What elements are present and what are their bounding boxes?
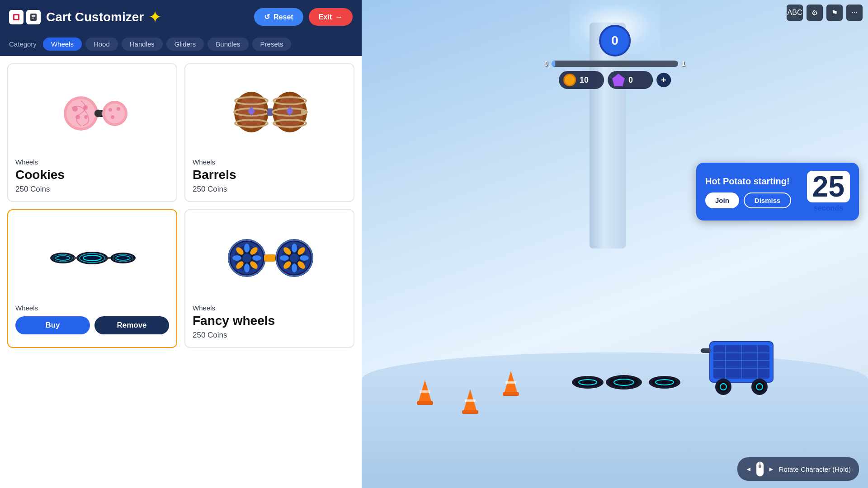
score-hud: 0 0 1 10 0 + [544,25,685,89]
tech-wheel-image [47,231,137,285]
settings-button[interactable]: ⚙ [807,5,823,21]
svg-rect-81 [420,390,430,393]
gem-amount: 0 [628,75,633,85]
tab-wheels[interactable]: Wheels [43,38,82,51]
hot-potato-notification: Hot Potato starting! Join Dismiss 25 sec… [696,163,859,221]
item-image-fancy-wheels [193,217,346,299]
countdown-number: 25 [807,171,850,202]
report-button[interactable]: ⚑ [826,5,843,21]
svg-point-98 [718,381,729,392]
countdown-area: 25 seconds [807,171,850,212]
coin-amount: 10 [580,75,589,85]
svg-rect-96 [701,348,711,353]
countdown-label: seconds [814,204,843,212]
arrow-left-icon: ◄ [745,465,752,473]
item-type-fancy-wheels: Wheels [193,304,346,312]
tab-hood[interactable]: Hood [85,38,118,51]
barrels-wheel-image [229,80,310,144]
game-cart [696,324,787,396]
header-buttons: ↺ Reset Exit → [254,8,353,26]
add-currency-button[interactable]: + [656,73,671,87]
item-image-cookies [15,71,169,153]
tab-gliders[interactable]: Gliders [166,38,204,51]
cookies-wheel-image [56,83,128,141]
score-bar-fill [552,61,555,67]
item-type-barrels: Wheels [193,158,346,166]
svg-point-70 [292,244,297,253]
exit-label: Exit [319,13,332,21]
tab-presets[interactable]: Presets [252,38,292,51]
roblox-icons [9,10,41,24]
score-bar-row: 0 1 [544,60,685,67]
item-name-barrels: Barrels [193,168,346,182]
ellipsis-icon: ··· [851,9,857,17]
svg-point-54 [242,253,251,263]
svg-point-74 [292,263,297,272]
score-circle: 0 [599,25,631,56]
header-left: Cart Customizer ✦ [9,8,162,27]
hot-potato-text-area: Hot Potato starting! Join Dismiss [705,175,800,208]
item-type-cookies: Wheels [15,158,169,166]
arrow-right-icon: ► [768,465,774,473]
svg-point-15 [105,103,125,123]
buy-button[interactable]: Buy [15,316,90,334]
svg-point-101 [754,381,765,392]
right-panel: ABC ⚙ ⚑ ··· 0 0 1 10 [362,0,868,488]
join-button[interactable]: Join [705,192,739,208]
svg-point-16 [108,108,112,112]
traffic-cone-3 [502,369,520,396]
hot-potato-buttons: Join Dismiss [705,192,800,208]
item-image-barrels [193,71,346,153]
items-grid: Wheels Cookies 250 Coins [0,56,362,488]
notes-icon[interactable] [26,10,41,24]
item-price-barrels: 250 Coins [193,185,346,194]
coin-icon [563,74,576,86]
bottom-hint: ◄ ► Rotate Character (Hold) [737,457,859,481]
hot-potato-title: Hot Potato starting! [705,175,800,187]
score-bar-left: 0 [544,60,548,67]
svg-rect-87 [505,381,516,384]
traffic-cone-1 [416,378,434,405]
item-card-fancy-wheels[interactable]: Wheels Fancy wheels 250 Coins [184,209,354,348]
svg-rect-80 [417,401,433,405]
reset-button[interactable]: ↺ Reset [254,8,303,26]
category-label: Category [9,40,37,48]
score-bar-right: 1 [682,60,685,67]
reset-icon: ↺ [264,13,270,21]
svg-rect-1 [14,15,18,19]
reset-label: Reset [274,13,293,21]
svg-point-61 [232,255,241,261]
exit-button[interactable]: Exit → [309,8,353,26]
more-button[interactable]: ··· [846,5,863,21]
item-price-fancy-wheels: 250 Coins [193,331,346,340]
dismiss-button[interactable]: Dismiss [744,192,792,208]
flag-icon: ⚑ [831,9,838,17]
svg-point-57 [252,255,261,261]
currency-coins: 10 [559,71,604,89]
app-title: Cart Customizer [46,10,144,24]
header: Cart Customizer ✦ ↺ Reset Exit → [0,0,362,34]
tabs-bar: Category Wheels Hood Handles Gliders Bun… [0,34,362,56]
tab-handles[interactable]: Handles [122,38,163,51]
title-area: Cart Customizer ✦ [46,8,162,27]
abc-button[interactable]: ABC [787,5,803,21]
top-right-controls: ABC ⚙ ⚑ ··· [787,5,863,21]
tab-bundles[interactable]: Bundles [208,38,248,51]
walmart-star-icon: ✦ [148,8,162,27]
item-card-barrels[interactable]: Wheels Barrels 250 Coins [184,63,354,202]
roblox-logo-icon[interactable] [9,10,24,24]
item-card-cookies[interactable]: Wheels Cookies 250 Coins [7,63,177,202]
left-panel: Cart Customizer ✦ ↺ Reset Exit → Categor… [0,0,362,488]
item-card-tech-wheels[interactable]: Wheels Buy Remove [7,209,177,348]
svg-point-18 [111,115,114,119]
remove-button[interactable]: Remove [94,316,169,334]
svg-point-11 [84,115,88,119]
item-name-fancy-wheels: Fancy wheels [193,314,346,328]
gear-icon: ⚙ [811,9,818,17]
svg-rect-83 [462,410,478,414]
svg-point-69 [290,253,299,263]
mouse-icon-area: ◄ ► [745,461,774,477]
currency-row: 10 0 + [559,71,671,89]
svg-point-55 [244,244,250,253]
svg-point-59 [244,263,250,272]
